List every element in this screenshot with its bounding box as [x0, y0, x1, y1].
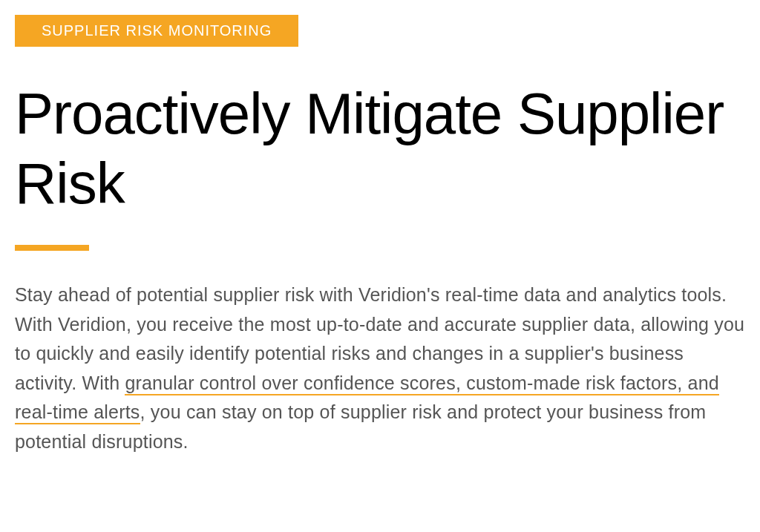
- page-headline: Proactively Mitigate Supplier Risk: [15, 79, 745, 218]
- body-paragraph: Stay ahead of potential supplier risk wi…: [15, 280, 745, 456]
- accent-divider: [15, 245, 89, 251]
- category-tag: SUPPLIER RISK MONITORING: [15, 15, 298, 47]
